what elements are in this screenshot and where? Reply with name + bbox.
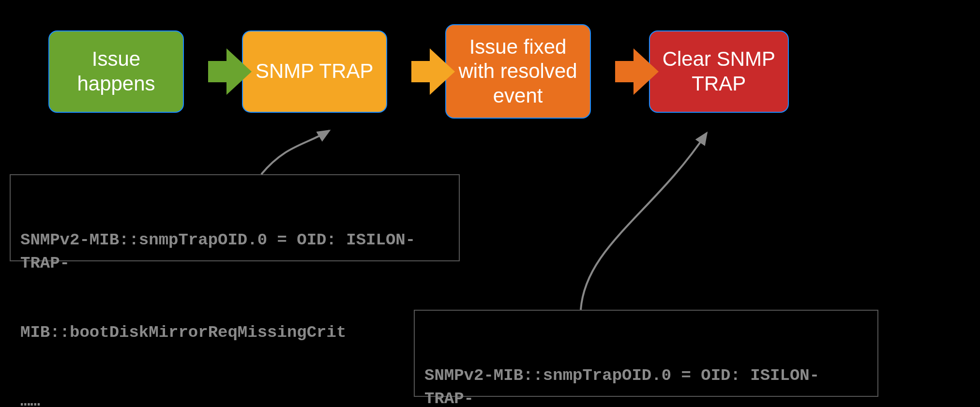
flow-step-label: Issuehappens (77, 47, 155, 96)
flow-step-snmp-trap: SNMP TRAP (242, 30, 387, 113)
arrow-2 (394, 47, 438, 96)
flow-step-label: Clear SNMPTRAP (663, 47, 775, 96)
flow-step-clear-snmp-trap: Clear SNMPTRAP (649, 30, 789, 113)
clear-snmp-trap-code-box: SNMPv2-MIB::snmpTrapOID.0 = OID: ISILON-… (414, 310, 878, 397)
flow-step-label: SNMP TRAP (256, 59, 374, 83)
snmp-trap-code-box: SNMPv2-MIB::snmpTrapOID.0 = OID: ISILON-… (10, 174, 460, 261)
code-line: …… (20, 390, 449, 407)
flow-step-label: Issue fixedwith resolvedevent (459, 35, 577, 108)
flow-step-issue-happens: Issuehappens (48, 30, 184, 113)
arrow-1 (191, 47, 235, 96)
diagram-canvas: Issuehappens SNMP TRAP Issue fixedwith r… (0, 0, 980, 407)
code-line: MIB::bootDiskMirrorReqMissingCrit (20, 321, 449, 345)
arrow-3 (598, 47, 642, 96)
code-line: SNMPv2-MIB::snmpTrapOID.0 = OID: ISILON-… (424, 364, 868, 407)
code-line: SNMPv2-MIB::snmpTrapOID.0 = OID: ISILON-… (20, 229, 449, 275)
flow-step-issue-fixed: Issue fixedwith resolvedevent (445, 24, 591, 119)
flow-row: Issuehappens SNMP TRAP Issue fixedwith r… (48, 24, 789, 119)
